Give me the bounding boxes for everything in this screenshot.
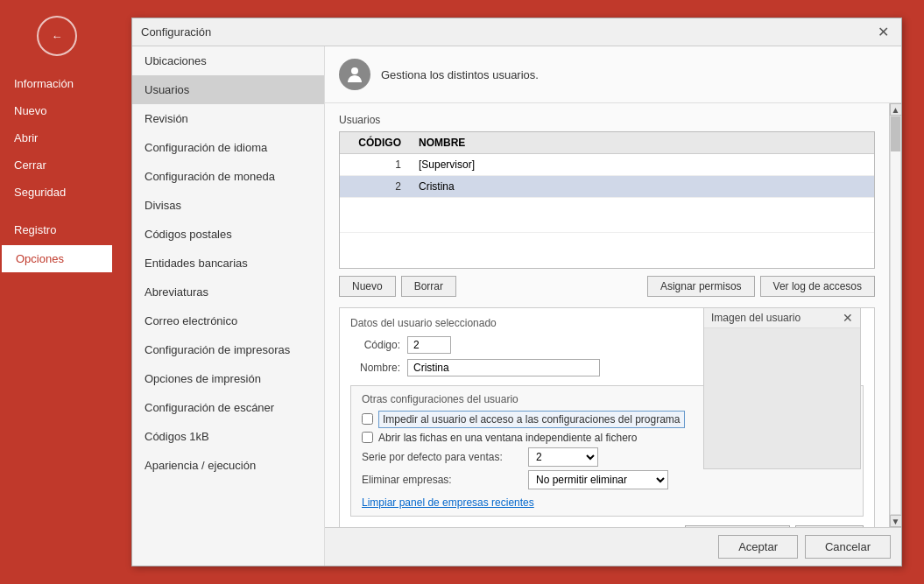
dialog-titlebar: Configuración ✕ xyxy=(132,18,901,46)
aceptar-button[interactable]: Aceptar xyxy=(718,535,798,559)
nav-item-codigos-1kb[interactable]: Códigos 1kB xyxy=(132,422,324,451)
usuarios-section-label: Usuarios xyxy=(339,114,875,126)
back-button[interactable]: ← xyxy=(37,16,77,56)
table-row-empty xyxy=(340,233,874,268)
sidebar-item-nuevo[interactable]: Nuevo xyxy=(0,97,114,124)
nav-item-entidades-bancarias[interactable]: Entidades bancarias xyxy=(132,249,324,278)
content-header: Gestiona los distintos usuarios. xyxy=(325,46,901,103)
check1-label: Impedir al usuario el acceso a las confi… xyxy=(378,411,685,428)
nav-item-opciones-impresion[interactable]: Opciones de impresión xyxy=(132,364,324,393)
borrar-button[interactable]: Borrar xyxy=(401,276,456,297)
dialog-body: Ubicaciones Usuarios Revisión Configurac… xyxy=(132,46,901,566)
nav-item-config-moneda[interactable]: Configuración de moneda xyxy=(132,162,324,191)
right-scrollbar: ▲ ▼ xyxy=(889,103,901,527)
codigo-input[interactable] xyxy=(407,336,451,354)
nav-item-divisas[interactable]: Divisas xyxy=(132,191,324,220)
dialog-close-button[interactable]: ✕ xyxy=(874,24,892,41)
nav-panel: Ubicaciones Usuarios Revisión Configurac… xyxy=(132,46,325,566)
nuevo-button[interactable]: Nuevo xyxy=(339,276,396,297)
cancelar-button[interactable]: Cancelar xyxy=(805,535,891,559)
nombre-label: Nombre: xyxy=(350,362,407,374)
user-image-close-button[interactable]: ✕ xyxy=(843,311,853,325)
dialog: Configuración ✕ Ubicaciones Usuarios Rev… xyxy=(131,18,902,566)
users-icon xyxy=(339,59,370,90)
sidebar-item-informacion[interactable]: Información xyxy=(0,70,114,97)
table-row[interactable]: 1 [Supervisor] xyxy=(340,154,874,176)
cancel-user-button[interactable]: Cancelar xyxy=(795,525,864,528)
nav-item-abreviaturas[interactable]: Abreviaturas xyxy=(132,278,324,306)
sidebar-divider xyxy=(0,206,114,216)
users-buttons-row: Nuevo Borrar Asignar permisos Ver log de… xyxy=(339,276,875,297)
sidebar: ← Información Nuevo Abrir Cerrar Segurid… xyxy=(0,0,114,584)
users-table-wrapper: CÓDIGO NOMBRE 1 [Supervisor] xyxy=(339,131,875,269)
dialog-footer: Aceptar Cancelar xyxy=(325,527,901,566)
check2-input[interactable] xyxy=(362,432,373,443)
col-header-name: NOMBRE xyxy=(410,132,874,154)
guardar-button[interactable]: Guardar usuario xyxy=(685,525,790,528)
nav-item-config-impresoras[interactable]: Configuración de impresoras xyxy=(132,335,324,364)
codigo-label: Código: xyxy=(350,339,407,351)
table-row[interactable]: 2 Cristina xyxy=(340,176,874,198)
ver-log-button[interactable]: Ver log de accesos xyxy=(760,276,875,297)
user-code-1: 1 xyxy=(340,154,410,176)
datos-wrapper: Datos del usuario seleccionado Código: N… xyxy=(339,307,875,528)
content-scrollable: Usuarios CÓDIGO NOMBRE xyxy=(325,103,889,527)
eliminar-row: Eliminar empresas: No permitir eliminar xyxy=(362,470,852,489)
user-image-panel: Imagen del usuario ✕ xyxy=(703,307,861,469)
scrollbar-track[interactable] xyxy=(890,116,901,515)
user-image-title: Imagen del usuario xyxy=(711,312,801,324)
serie-label: Serie por defecto para ventas: xyxy=(362,451,528,463)
user-image-titlebar: Imagen del usuario ✕ xyxy=(704,308,860,328)
scrollbar-thumb[interactable] xyxy=(891,116,900,151)
nav-item-correo-electronico[interactable]: Correo electrónico xyxy=(132,306,324,335)
dialog-title: Configuración xyxy=(141,25,211,39)
sidebar-item-seguridad[interactable]: Seguridad xyxy=(0,179,114,206)
nav-item-usuarios[interactable]: Usuarios xyxy=(132,75,324,104)
sidebar-item-registro[interactable]: Registro xyxy=(0,216,114,243)
dialog-area: Configuración ✕ Ubicaciones Usuarios Rev… xyxy=(114,0,924,584)
nav-item-config-idioma[interactable]: Configuración de idioma xyxy=(132,133,324,162)
nav-item-codigos-postales[interactable]: Códigos postales xyxy=(132,220,324,249)
asignar-permisos-button[interactable]: Asignar permisos xyxy=(647,276,755,297)
users-table: CÓDIGO NOMBRE 1 [Supervisor] xyxy=(340,132,874,268)
user-image-body xyxy=(704,328,860,468)
nav-item-config-escaner[interactable]: Configuración de escáner xyxy=(132,393,324,422)
sidebar-item-opciones[interactable]: Opciones xyxy=(0,243,114,274)
nav-item-ubicaciones[interactable]: Ubicaciones xyxy=(132,46,324,75)
nav-item-apariencia[interactable]: Apariencia / ejecución xyxy=(132,451,324,480)
user-name-1: [Supervisor] xyxy=(410,154,874,176)
eliminar-select[interactable]: No permitir eliminar xyxy=(528,470,668,489)
col-header-code: CÓDIGO xyxy=(340,132,410,154)
table-row-empty xyxy=(340,198,874,233)
limpiar-link[interactable]: Limpiar panel de empresas recientes xyxy=(362,496,534,509)
content-panel: Gestiona los distintos usuarios. Usuario… xyxy=(325,46,901,566)
nav-item-revision[interactable]: Revisión xyxy=(132,104,324,133)
user-code-2: 2 xyxy=(340,176,410,198)
sidebar-item-cerrar[interactable]: Cerrar xyxy=(0,151,114,179)
eliminar-label: Eliminar empresas: xyxy=(362,474,528,486)
save-row: Guardar usuario Cancelar xyxy=(350,525,864,528)
btn-spacer xyxy=(462,276,642,297)
check1-input[interactable] xyxy=(362,413,373,425)
sidebar-item-abrir[interactable]: Abrir xyxy=(0,124,114,151)
nombre-input[interactable] xyxy=(407,359,600,376)
scroll-up-arrow[interactable]: ▲ xyxy=(890,103,902,116)
user-name-2: Cristina xyxy=(410,176,874,198)
check2-label: Abrir las fichas en una ventana independ… xyxy=(378,432,638,444)
back-icon: ← xyxy=(52,30,63,43)
content-header-text: Gestiona los distintos usuarios. xyxy=(381,68,539,81)
svg-point-0 xyxy=(351,67,358,74)
scroll-down-arrow[interactable]: ▼ xyxy=(890,515,902,527)
serie-select[interactable]: 2 xyxy=(528,447,598,467)
